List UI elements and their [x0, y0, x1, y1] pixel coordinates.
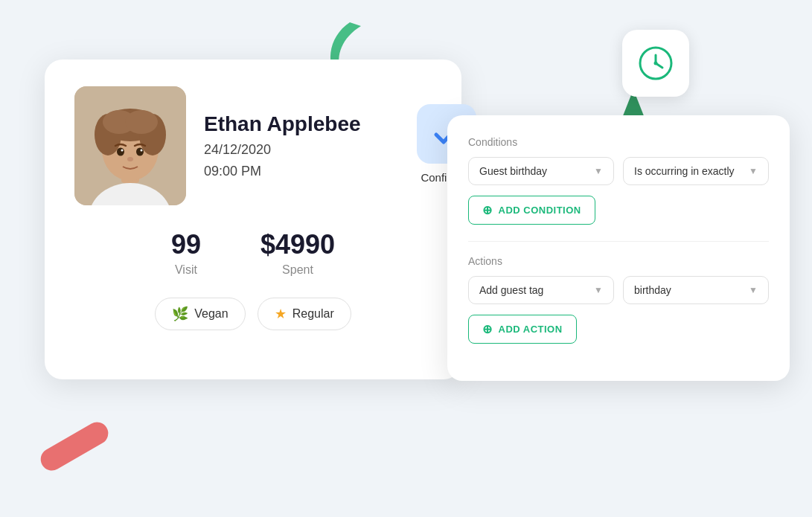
tag-vegan: 🌿 Vegan: [155, 298, 245, 330]
vegan-icon: 🌿: [172, 306, 188, 322]
actions-row: Add guest tag ▼ birthday ▼: [468, 276, 769, 304]
profile-stats: 99 Visit $4990 Spent: [74, 229, 432, 277]
action-dropdown-1[interactable]: Add guest tag ▼: [468, 276, 614, 304]
svg-point-10: [117, 148, 124, 156]
condition-dropdown-1-value: Guest birthday: [479, 165, 547, 177]
add-condition-icon: ⊕: [482, 203, 493, 217]
add-condition-button[interactable]: ⊕ ADD CONDITION: [468, 196, 595, 225]
add-action-icon: ⊕: [482, 322, 493, 336]
profile-card: Ethan Applebee 24/12/2020 09:00 PM 99 Vi…: [45, 60, 461, 379]
visit-value: 99: [171, 229, 201, 260]
spent-value: $4990: [260, 229, 335, 260]
section-divider: [468, 241, 769, 242]
stat-spent: $4990 Spent: [260, 229, 335, 277]
condition-dropdown-2[interactable]: Is occurring in exactly ▼: [623, 157, 769, 185]
stat-visit: 99 Visit: [171, 229, 201, 277]
tag-regular-label: Regular: [292, 307, 334, 321]
scene: Ethan Applebee 24/12/2020 09:00 PM 99 Vi…: [0, 0, 812, 517]
profile-tags: 🌿 Vegan ★ Regular: [74, 298, 432, 330]
actions-label: Actions: [468, 255, 769, 267]
svg-point-13: [141, 150, 143, 152]
action-dropdown-2-arrow: ▼: [749, 285, 758, 295]
svg-point-9: [125, 110, 158, 134]
deco-pill: [36, 418, 112, 475]
profile-info: Ethan Applebee 24/12/2020 09:00 PM: [204, 112, 361, 179]
profile-avatar: [74, 86, 186, 205]
svg-point-18: [654, 62, 658, 65]
add-condition-label: ADD CONDITION: [499, 205, 581, 216]
condition-dropdown-1[interactable]: Guest birthday ▼: [468, 157, 614, 185]
svg-point-11: [136, 148, 144, 156]
clock-icon: [637, 45, 674, 82]
svg-point-12: [121, 150, 124, 152]
conditions-row: Guest birthday ▼ Is occurring in exactly…: [468, 157, 769, 185]
conditions-label: Conditions: [468, 136, 769, 148]
action-dropdown-1-value: Add guest tag: [479, 284, 543, 296]
condition-dropdown-2-value: Is occurring in exactly: [634, 165, 735, 177]
tag-vegan-label: Vegan: [194, 307, 228, 321]
profile-time: 09:00 PM: [204, 164, 361, 179]
action-dropdown-2[interactable]: birthday ▼: [623, 276, 769, 304]
profile-date: 24/12/2020: [204, 142, 361, 158]
svg-point-14: [127, 157, 133, 161]
condition-dropdown-1-arrow: ▼: [594, 166, 603, 176]
action-dropdown-1-arrow: ▼: [594, 285, 603, 295]
spent-label: Spent: [282, 263, 313, 277]
add-action-button[interactable]: ⊕ ADD ACTION: [468, 315, 577, 344]
star-icon: ★: [275, 306, 287, 322]
conditions-card: Conditions Guest birthday ▼ Is occurring…: [447, 115, 790, 381]
clock-card: [622, 30, 689, 97]
add-action-label: ADD ACTION: [499, 324, 563, 335]
action-dropdown-2-value: birthday: [634, 284, 671, 296]
condition-dropdown-2-arrow: ▼: [749, 166, 758, 176]
tag-regular: ★ Regular: [258, 298, 351, 330]
visit-label: Visit: [175, 263, 197, 277]
profile-top: Ethan Applebee 24/12/2020 09:00 PM: [74, 86, 432, 205]
profile-name: Ethan Applebee: [204, 112, 361, 136]
